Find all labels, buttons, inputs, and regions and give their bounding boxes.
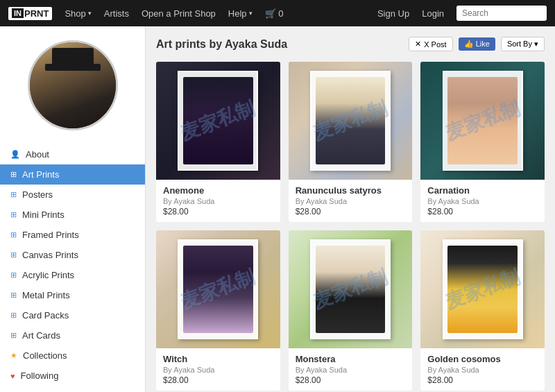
print-info: Anemone By Ayaka Suda $28.00: [156, 180, 280, 222]
main-layout: 👤 About ⊞ Art Prints ⊞ Posters ⊞ Mini Pr…: [0, 26, 555, 392]
chevron-down-icon: ▾: [88, 10, 92, 17]
chevron-down-icon: ▾: [249, 10, 253, 17]
grid-icon: ⊞: [10, 331, 17, 340]
avatar: [28, 40, 118, 130]
sidebar-item-acrylic-prints[interactable]: ⊞ Acrylic Prints: [0, 265, 145, 285]
print-price: $28.00: [163, 375, 273, 385]
print-name: Witch: [163, 354, 273, 364]
logo-prnt: PRNT: [24, 8, 49, 19]
heart-icon: ♥: [10, 372, 15, 380]
artwork-frame: [178, 239, 258, 340]
print-artist: By Ayaka Suda: [427, 197, 538, 205]
print-info: Golden cosomos By Ayaka Suda $28.00: [420, 348, 545, 391]
header-actions: ✕ X Post 👍 Like Sort By ▾: [409, 37, 545, 51]
artwork-image: [183, 246, 253, 333]
print-thumbnail-carnation: 麦家私制: [420, 62, 545, 180]
page-title: Art prints by Ayaka Suda: [156, 38, 287, 51]
artwork-frame: [443, 71, 523, 171]
x-icon: ✕: [415, 40, 421, 49]
navbar: IN PRNT Shop ▾ Artists Open a Print Shop…: [0, 0, 555, 26]
grid-icon: ⊞: [10, 311, 17, 320]
nav-artists[interactable]: Artists: [104, 8, 129, 19]
person-icon: 👤: [10, 150, 20, 159]
sidebar-menu: 👤 About ⊞ Art Prints ⊞ Posters ⊞ Mini Pr…: [0, 141, 145, 389]
print-thumbnail-monstera: 麦家私制: [289, 230, 413, 348]
sidebar-item-mini-prints[interactable]: ⊞ Mini Prints: [0, 205, 145, 225]
prints-grid: 麦家私制 Anemone By Ayaka Suda $28.00 麦家私制: [156, 62, 545, 391]
star-icon: ★: [10, 351, 17, 360]
grid-icon: ⊞: [10, 170, 17, 179]
print-price: $28.00: [296, 375, 406, 385]
sidebar-item-following[interactable]: ♥ Following: [0, 366, 145, 386]
print-info: Witch By Ayaka Suda $28.00: [156, 348, 280, 391]
print-artist: By Ayaka Suda: [163, 366, 273, 374]
print-card-carnation[interactable]: 麦家私制 Carnation By Ayaka Suda $28.00: [420, 62, 545, 222]
artwork-frame: [443, 239, 523, 340]
sidebar-item-art-prints[interactable]: ⊞ Art Prints: [0, 164, 145, 185]
grid-icon: ⊞: [10, 271, 17, 280]
artwork-image: [447, 77, 518, 164]
sidebar-item-framed-prints[interactable]: ⊞ Framed Prints: [0, 225, 145, 245]
site-logo[interactable]: IN PRNT: [8, 7, 52, 20]
logo-in: IN: [12, 8, 24, 18]
grid-icon: ⊞: [10, 250, 17, 259]
print-card-anemone[interactable]: 麦家私制 Anemone By Ayaka Suda $28.00: [156, 62, 280, 222]
nav-open-shop[interactable]: Open a Print Shop: [142, 8, 216, 19]
print-name: Anemone: [163, 185, 273, 196]
print-artist: By Ayaka Suda: [296, 366, 406, 374]
print-thumbnail-ranunculus: 麦家私制: [289, 62, 413, 180]
grid-icon: ⊞: [10, 230, 17, 239]
print-name: Ranunculus satyros: [296, 185, 406, 196]
sidebar-item-metal-prints[interactable]: ⊞ Metal Prints: [0, 285, 145, 305]
artwork-image: [316, 246, 386, 333]
print-price: $28.00: [427, 375, 538, 385]
print-price: $28.00: [163, 207, 273, 216]
print-info: Monstera By Ayaka Suda $28.00: [289, 348, 413, 391]
sidebar-item-posters[interactable]: ⊞ Posters: [0, 185, 145, 205]
print-price: $28.00: [296, 207, 406, 216]
sidebar-item-art-cards[interactable]: ⊞ Art Cards: [0, 325, 145, 346]
grid-icon: ⊞: [10, 190, 17, 199]
print-info: Ranunculus satyros By Ayaka Suda $28.00: [289, 180, 413, 222]
print-artist: By Ayaka Suda: [427, 366, 538, 374]
sidebar-item-card-packs[interactable]: ⊞ Card Packs: [0, 305, 145, 325]
print-price: $28.00: [427, 207, 538, 216]
content-header: Art prints by Ayaka Suda ✕ X Post 👍 Like…: [156, 37, 545, 51]
artwork-frame: [310, 239, 391, 340]
print-thumbnail-golden: 麦家私制: [420, 230, 545, 348]
print-card-witch[interactable]: 麦家私制 Witch By Ayaka Suda $28.00: [156, 230, 280, 391]
print-info: Carnation By Ayaka Suda $28.00: [420, 180, 545, 222]
nav-help[interactable]: Help ▾: [228, 8, 253, 19]
grid-icon: ⊞: [10, 210, 17, 219]
sortby-button[interactable]: Sort By ▾: [501, 37, 545, 51]
print-card-golden[interactable]: 麦家私制 Golden cosomos By Ayaka Suda $28.00: [420, 230, 545, 391]
artwork-image: [183, 77, 253, 164]
sidebar-item-about[interactable]: 👤 About: [0, 144, 145, 164]
sidebar-item-canvas-prints[interactable]: ⊞ Canvas Prints: [0, 245, 145, 265]
print-thumbnail-witch: 麦家私制: [156, 230, 280, 348]
nav-shop[interactable]: Shop ▾: [65, 8, 91, 19]
print-name: Carnation: [427, 185, 538, 196]
avatar-hat-decoration: [52, 48, 94, 67]
print-card-monstera[interactable]: 麦家私制 Monstera By Ayaka Suda $28.00: [289, 230, 413, 391]
search-input[interactable]: [456, 6, 547, 21]
nav-signup[interactable]: Sign Up: [377, 8, 409, 19]
print-name: Monstera: [296, 354, 406, 364]
grid-icon: ⊞: [10, 291, 17, 300]
artwork-image: [316, 77, 386, 164]
sidebar: 👤 About ⊞ Art Prints ⊞ Posters ⊞ Mini Pr…: [0, 26, 146, 392]
xpost-button[interactable]: ✕ X Post: [409, 37, 452, 51]
print-artist: By Ayaka Suda: [163, 197, 273, 205]
main-content: Art prints by Ayaka Suda ✕ X Post 👍 Like…: [146, 26, 555, 392]
print-card-ranunculus[interactable]: 麦家私制 Ranunculus satyros By Ayaka Suda $2…: [289, 62, 413, 222]
like-button[interactable]: 👍 Like: [459, 37, 495, 51]
artwork-image: [447, 246, 518, 333]
print-thumbnail-anemone: 麦家私制: [156, 62, 280, 180]
profile-image-container: [0, 26, 145, 141]
sidebar-item-collections[interactable]: ★ Collections: [0, 346, 145, 366]
print-name: Golden cosomos: [427, 354, 538, 364]
print-artist: By Ayaka Suda: [296, 197, 406, 205]
nav-login[interactable]: Login: [422, 8, 444, 19]
nav-cart[interactable]: 🛒 0: [265, 8, 284, 19]
artwork-frame: [310, 71, 391, 171]
